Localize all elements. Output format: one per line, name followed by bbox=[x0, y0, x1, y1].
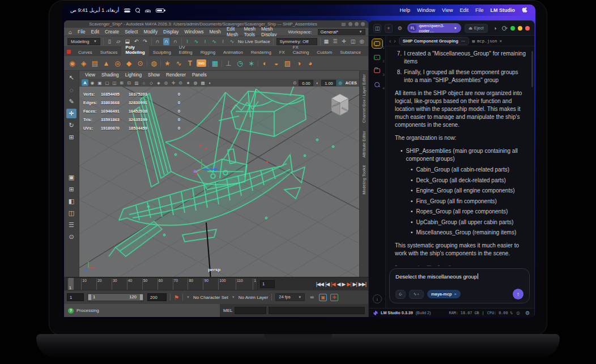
shelf-tab-uv-editing[interactable]: UV Editing bbox=[175, 44, 197, 56]
settings-gear-icon[interactable]: ⚙ bbox=[525, 310, 530, 316]
menu-file[interactable]: File bbox=[475, 7, 484, 13]
maya-menu-file[interactable]: File bbox=[78, 29, 86, 35]
panel-menu-lighting[interactable]: Lighting bbox=[125, 72, 142, 78]
user-icon[interactable]: ☺ bbox=[516, 310, 521, 316]
panel-menu-renderer[interactable]: Renderer bbox=[166, 72, 186, 78]
camera-attributes-icon[interactable]: ◉ bbox=[89, 79, 96, 86]
shelf-tab-animation[interactable]: Animation bbox=[219, 49, 247, 56]
step-forward-frame-button[interactable]: ▶| bbox=[353, 281, 357, 287]
motion-blur-icon[interactable]: ◐ bbox=[207, 79, 214, 86]
shelf-disc-icon[interactable]: ⊙ bbox=[135, 58, 145, 68]
maya-menu-windows[interactable]: Windows bbox=[185, 29, 204, 35]
menu-edit[interactable]: Edit bbox=[459, 7, 469, 13]
textured-icon[interactable]: ⊙ bbox=[177, 79, 184, 86]
attach-file-button[interactable]: ∪ bbox=[395, 290, 406, 299]
menu-app-lmstudio[interactable]: LM Studio bbox=[491, 7, 516, 13]
view-transform-label[interactable]: ACES bbox=[345, 80, 357, 85]
shelf-reset-time-icon[interactable]: ◷ bbox=[235, 58, 245, 68]
panel-menu-view[interactable]: View bbox=[85, 72, 95, 78]
current-frame-marker[interactable]: 1 bbox=[69, 278, 74, 290]
lasso-tool-icon[interactable]: ◌ bbox=[66, 85, 76, 95]
gamma-icon[interactable]: ◐ bbox=[314, 79, 321, 86]
maya-menu-mesh-display[interactable]: Mesh Display bbox=[261, 26, 276, 37]
model-selector[interactable]: FL qwen/qwen3-coder… ▼ bbox=[407, 23, 461, 33]
two-d-pan-icon[interactable]: ◫ bbox=[111, 79, 118, 86]
shelf-sphere-icon[interactable]: ◉ bbox=[67, 58, 77, 68]
safe-action-icon[interactable]: ◇ bbox=[148, 79, 155, 86]
shelf-plane-icon[interactable]: ◆ bbox=[124, 58, 134, 68]
time-slider-ticks[interactable]: 1 0 10 20 30 40 50 60 70 80 90 100 110 1 bbox=[66, 277, 258, 290]
shelf-sweep-mesh-icon[interactable]: ★ bbox=[163, 58, 172, 68]
chevron-down-icon[interactable]: ▼ bbox=[186, 296, 190, 299]
discover-nav-icon[interactable]: 4 bbox=[372, 80, 382, 89]
theme-icon[interactable]: ◑ bbox=[491, 24, 499, 33]
menu-help[interactable]: Help bbox=[400, 7, 411, 13]
select-tool-icon[interactable]: ↖ bbox=[66, 73, 76, 83]
range-slider[interactable]: 1 120 bbox=[87, 293, 144, 301]
eject-model-button[interactable]: ⏏ Eject bbox=[465, 24, 488, 33]
shelf-origin-icon[interactable]: ∗ bbox=[246, 58, 256, 68]
maya-menu-mesh[interactable]: Mesh bbox=[210, 29, 221, 35]
continue-icon[interactable]: → bbox=[406, 263, 411, 266]
developer-nav-icon[interactable]: >_2 bbox=[372, 53, 382, 62]
new-scene-icon[interactable]: ▯ bbox=[107, 38, 113, 45]
control-center-icon[interactable] bbox=[124, 8, 130, 12]
maya-menu-mesh-tools[interactable]: Mesh Tools bbox=[244, 26, 256, 37]
tab-modeling-toolkit[interactable]: Modeling Toolkit bbox=[361, 165, 367, 194]
window-controls[interactable] bbox=[510, 26, 530, 31]
go-to-start-button[interactable]: |◀◀ bbox=[316, 281, 323, 287]
battery-icon[interactable] bbox=[156, 8, 164, 12]
set-key-icon[interactable]: ⚑ bbox=[174, 294, 179, 301]
sidebar-toggle-icon[interactable]: ◫ bbox=[373, 24, 381, 33]
selection-list-icon[interactable]: ☰ bbox=[332, 38, 338, 45]
fps-selector[interactable]: 24 fps ▼ bbox=[275, 293, 305, 301]
shelf-separate-icon[interactable]: ◕ bbox=[305, 58, 315, 68]
shelf-tab-sculpting[interactable]: Sculpting bbox=[149, 49, 175, 56]
shelf-tab-fx[interactable]: FX bbox=[275, 49, 289, 56]
home-icon[interactable]: ⌂ bbox=[69, 29, 72, 35]
mel-input[interactable] bbox=[235, 307, 266, 314]
new-chat-button[interactable]: + bbox=[385, 24, 393, 33]
shelf-slice-icon[interactable]: ▨ bbox=[283, 58, 292, 68]
lmstudio-titlebar[interactable]: ◫ + ⚙ FL qwen/qwen3-coder… ▼ ⏏ Eject ◑ bbox=[369, 21, 534, 36]
layout-single-pane-icon[interactable]: ▣ bbox=[66, 173, 76, 182]
outliner-icon[interactable]: ☰ bbox=[66, 220, 76, 230]
regenerate-icon[interactable]: ↻ bbox=[395, 263, 399, 266]
menu-view[interactable]: View bbox=[442, 7, 453, 13]
shelf-cone-icon[interactable]: ▲ bbox=[101, 58, 111, 68]
mel-label[interactable]: MEL bbox=[223, 308, 232, 313]
view-cube[interactable]: FRONT RIGHT bbox=[326, 90, 354, 119]
lighting-toggle-icon[interactable]: ★ bbox=[185, 79, 191, 86]
maya-menu-create[interactable]: Create bbox=[105, 29, 119, 35]
resolution-gate-icon[interactable]: ⊞ bbox=[118, 79, 125, 86]
maya-menu-edit[interactable]: Edit bbox=[91, 29, 99, 35]
app-version[interactable]: LM Studio 0.3.39 bbox=[381, 310, 413, 315]
downloads-button[interactable]: ↓ bbox=[373, 294, 382, 303]
delete-icon[interactable]: ▯ bbox=[448, 263, 451, 266]
more-icon[interactable]: ⋯ bbox=[461, 38, 466, 44]
shelf-construction-plane-icon[interactable]: ⊥ bbox=[224, 58, 233, 68]
layout-split-pane-icon[interactable]: ◫ bbox=[66, 208, 76, 218]
animation-snap-icon[interactable]: ▣ bbox=[319, 294, 327, 301]
nav-back-icon[interactable]: ‹ bbox=[389, 38, 391, 44]
maya-menu-select[interactable]: Select bbox=[125, 29, 138, 35]
chat-nav-icon[interactable]: 1 bbox=[372, 39, 382, 48]
view-transform-icon[interactable]: ◎ bbox=[337, 79, 343, 86]
shelf-tab-substance[interactable]: Substance bbox=[336, 49, 365, 56]
send-button[interactable]: ↑ bbox=[513, 289, 523, 299]
nav-forward-icon[interactable]: › bbox=[394, 38, 395, 44]
shelf-tab-rigging[interactable]: Rigging bbox=[197, 49, 219, 56]
screen-space-ao-icon[interactable]: ▦ bbox=[199, 79, 206, 86]
scrollbar-thumb[interactable] bbox=[531, 51, 533, 87]
render-settings-icon[interactable]: ◎ bbox=[359, 38, 365, 45]
gamma-field[interactable]: 1.00 bbox=[321, 80, 336, 86]
maya-menu-edit-mesh[interactable]: Edit Mesh bbox=[227, 26, 238, 37]
step-forward-key-button[interactable]: ▶| bbox=[347, 281, 351, 287]
snap-to-point-icon[interactable]: ≀ bbox=[202, 38, 208, 45]
shelf-tab-curves[interactable]: Curves bbox=[74, 49, 96, 56]
exposure-field[interactable]: 0.00 bbox=[299, 80, 313, 86]
close-icon[interactable]: × bbox=[454, 292, 457, 297]
menu-window[interactable]: Window bbox=[417, 7, 435, 13]
shelf-curve-icon[interactable]: ∿ bbox=[174, 58, 184, 68]
field-chart-icon[interactable]: ⌂ bbox=[141, 79, 147, 86]
